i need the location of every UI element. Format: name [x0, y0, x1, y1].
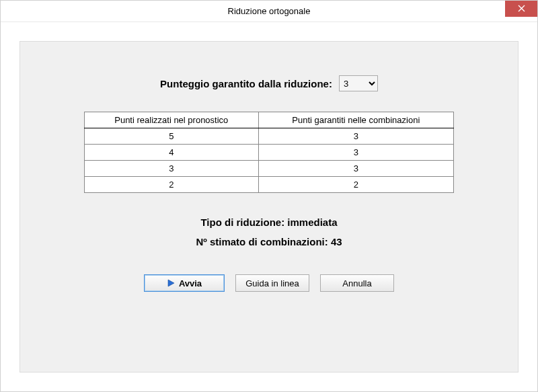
cancel-button[interactable]: Annulla	[320, 274, 394, 292]
dialog-window: Riduzione ortogonale Punteggio garantito…	[0, 0, 538, 392]
table-cell: 5	[85, 128, 259, 145]
table-cell: 3	[258, 145, 453, 161]
table-cell: 2	[258, 177, 453, 193]
table-row: 3 3	[85, 161, 454, 177]
table-header-col1: Punti realizzati nel pronostico	[85, 112, 259, 128]
play-icon	[167, 279, 175, 287]
close-icon	[518, 4, 525, 14]
estimated-combinations-label: Nº stimato di combinazioni: 43	[84, 233, 454, 252]
reduction-type-label: Tipo di riduzione: immediata	[84, 213, 454, 233]
start-button-label: Avvia	[179, 278, 202, 288]
button-row: Avvia Guida in linea Annulla	[84, 274, 454, 292]
score-row: Punteggio garantito dalla riduzione: 3	[84, 75, 454, 91]
score-label: Punteggio garantito dalla riduzione:	[160, 78, 332, 89]
help-button[interactable]: Guida in linea	[235, 274, 309, 292]
info-block: Tipo di riduzione: immediata Nº stimato …	[84, 213, 454, 251]
table-cell: 3	[85, 161, 259, 177]
table-header-row: Punti realizzati nel pronostico Punti ga…	[85, 112, 454, 128]
close-button[interactable]	[505, 1, 537, 17]
table-row: 5 3	[85, 128, 454, 145]
table-cell: 2	[85, 177, 259, 193]
guarantee-table-wrap: Punti realizzati nel pronostico Punti ga…	[84, 112, 454, 193]
svg-marker-0	[168, 280, 174, 286]
table-row: 2 2	[85, 177, 454, 193]
table-row: 4 3	[85, 145, 454, 161]
cancel-button-label: Annulla	[342, 278, 371, 288]
titlebar: Riduzione ortogonale	[1, 1, 537, 22]
content-panel: Punteggio garantito dalla riduzione: 3 P…	[20, 41, 518, 373]
table-cell: 3	[258, 128, 453, 145]
table-header-col2: Punti garantiti nelle combinazioni	[258, 112, 453, 128]
score-select[interactable]: 3	[339, 75, 378, 91]
help-button-label: Guida in linea	[245, 278, 299, 288]
table-cell: 4	[85, 145, 259, 161]
window-title: Riduzione ortogonale	[228, 6, 311, 16]
client-area: Punteggio garantito dalla riduzione: 3 P…	[1, 22, 537, 391]
guarantee-table: Punti realizzati nel pronostico Punti ga…	[84, 112, 454, 193]
start-button[interactable]: Avvia	[144, 274, 225, 292]
table-cell: 3	[258, 161, 453, 177]
